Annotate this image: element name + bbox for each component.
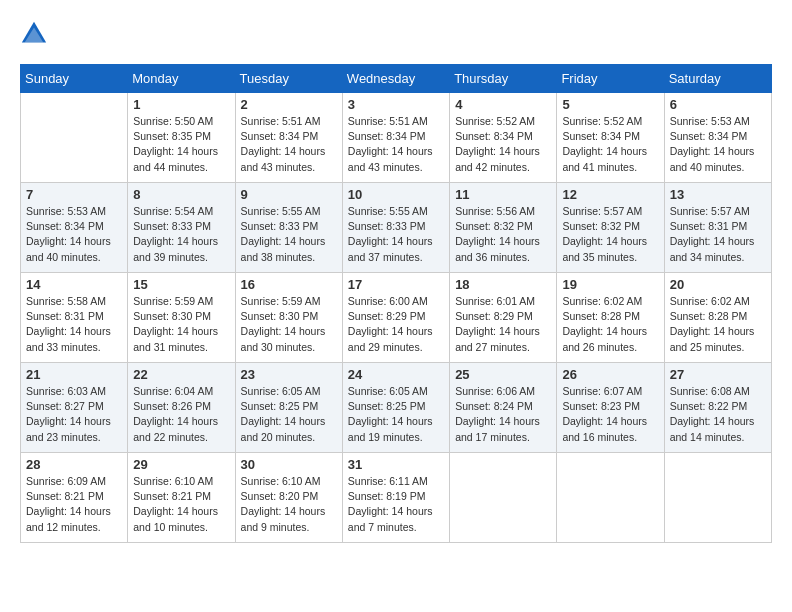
day-number: 13 bbox=[670, 187, 766, 202]
day-info: Sunrise: 5:51 AMSunset: 8:34 PMDaylight:… bbox=[241, 114, 337, 175]
calendar-cell: 24Sunrise: 6:05 AMSunset: 8:25 PMDayligh… bbox=[342, 363, 449, 453]
day-number: 25 bbox=[455, 367, 551, 382]
day-number: 9 bbox=[241, 187, 337, 202]
day-info: Sunrise: 5:58 AMSunset: 8:31 PMDaylight:… bbox=[26, 294, 122, 355]
calendar-cell: 6Sunrise: 5:53 AMSunset: 8:34 PMDaylight… bbox=[664, 93, 771, 183]
calendar-cell: 13Sunrise: 5:57 AMSunset: 8:31 PMDayligh… bbox=[664, 183, 771, 273]
calendar-cell bbox=[664, 453, 771, 543]
weekday-header: Thursday bbox=[450, 65, 557, 93]
calendar-cell: 22Sunrise: 6:04 AMSunset: 8:26 PMDayligh… bbox=[128, 363, 235, 453]
day-info: Sunrise: 5:53 AMSunset: 8:34 PMDaylight:… bbox=[26, 204, 122, 265]
day-number: 10 bbox=[348, 187, 444, 202]
weekday-header: Saturday bbox=[664, 65, 771, 93]
day-info: Sunrise: 6:01 AMSunset: 8:29 PMDaylight:… bbox=[455, 294, 551, 355]
calendar-cell: 25Sunrise: 6:06 AMSunset: 8:24 PMDayligh… bbox=[450, 363, 557, 453]
day-number: 27 bbox=[670, 367, 766, 382]
weekday-header: Monday bbox=[128, 65, 235, 93]
calendar-cell: 12Sunrise: 5:57 AMSunset: 8:32 PMDayligh… bbox=[557, 183, 664, 273]
day-number: 30 bbox=[241, 457, 337, 472]
day-info: Sunrise: 5:59 AMSunset: 8:30 PMDaylight:… bbox=[133, 294, 229, 355]
day-number: 6 bbox=[670, 97, 766, 112]
weekday-header: Sunday bbox=[21, 65, 128, 93]
calendar-cell: 26Sunrise: 6:07 AMSunset: 8:23 PMDayligh… bbox=[557, 363, 664, 453]
calendar-cell: 15Sunrise: 5:59 AMSunset: 8:30 PMDayligh… bbox=[128, 273, 235, 363]
calendar-cell: 29Sunrise: 6:10 AMSunset: 8:21 PMDayligh… bbox=[128, 453, 235, 543]
calendar-cell: 30Sunrise: 6:10 AMSunset: 8:20 PMDayligh… bbox=[235, 453, 342, 543]
calendar-cell: 16Sunrise: 5:59 AMSunset: 8:30 PMDayligh… bbox=[235, 273, 342, 363]
day-number: 21 bbox=[26, 367, 122, 382]
day-info: Sunrise: 6:10 AMSunset: 8:21 PMDaylight:… bbox=[133, 474, 229, 535]
weekday-header-row: SundayMondayTuesdayWednesdayThursdayFrid… bbox=[21, 65, 772, 93]
day-info: Sunrise: 5:57 AMSunset: 8:31 PMDaylight:… bbox=[670, 204, 766, 265]
calendar-week-row: 21Sunrise: 6:03 AMSunset: 8:27 PMDayligh… bbox=[21, 363, 772, 453]
day-number: 17 bbox=[348, 277, 444, 292]
day-number: 1 bbox=[133, 97, 229, 112]
calendar-cell: 1Sunrise: 5:50 AMSunset: 8:35 PMDaylight… bbox=[128, 93, 235, 183]
calendar-cell: 11Sunrise: 5:56 AMSunset: 8:32 PMDayligh… bbox=[450, 183, 557, 273]
day-number: 24 bbox=[348, 367, 444, 382]
calendar-cell: 20Sunrise: 6:02 AMSunset: 8:28 PMDayligh… bbox=[664, 273, 771, 363]
weekday-header: Friday bbox=[557, 65, 664, 93]
day-number: 23 bbox=[241, 367, 337, 382]
calendar-cell: 18Sunrise: 6:01 AMSunset: 8:29 PMDayligh… bbox=[450, 273, 557, 363]
day-number: 7 bbox=[26, 187, 122, 202]
day-number: 20 bbox=[670, 277, 766, 292]
calendar-cell: 3Sunrise: 5:51 AMSunset: 8:34 PMDaylight… bbox=[342, 93, 449, 183]
day-number: 14 bbox=[26, 277, 122, 292]
calendar-cell: 2Sunrise: 5:51 AMSunset: 8:34 PMDaylight… bbox=[235, 93, 342, 183]
day-number: 2 bbox=[241, 97, 337, 112]
calendar-week-row: 1Sunrise: 5:50 AMSunset: 8:35 PMDaylight… bbox=[21, 93, 772, 183]
weekday-header: Tuesday bbox=[235, 65, 342, 93]
calendar-week-row: 7Sunrise: 5:53 AMSunset: 8:34 PMDaylight… bbox=[21, 183, 772, 273]
calendar-cell: 14Sunrise: 5:58 AMSunset: 8:31 PMDayligh… bbox=[21, 273, 128, 363]
day-info: Sunrise: 6:07 AMSunset: 8:23 PMDaylight:… bbox=[562, 384, 658, 445]
day-number: 22 bbox=[133, 367, 229, 382]
day-number: 26 bbox=[562, 367, 658, 382]
day-info: Sunrise: 5:54 AMSunset: 8:33 PMDaylight:… bbox=[133, 204, 229, 265]
day-info: Sunrise: 6:05 AMSunset: 8:25 PMDaylight:… bbox=[348, 384, 444, 445]
day-info: Sunrise: 6:05 AMSunset: 8:25 PMDaylight:… bbox=[241, 384, 337, 445]
day-info: Sunrise: 5:50 AMSunset: 8:35 PMDaylight:… bbox=[133, 114, 229, 175]
day-number: 31 bbox=[348, 457, 444, 472]
day-info: Sunrise: 5:52 AMSunset: 8:34 PMDaylight:… bbox=[455, 114, 551, 175]
day-info: Sunrise: 6:00 AMSunset: 8:29 PMDaylight:… bbox=[348, 294, 444, 355]
calendar-cell: 31Sunrise: 6:11 AMSunset: 8:19 PMDayligh… bbox=[342, 453, 449, 543]
calendar-cell: 4Sunrise: 5:52 AMSunset: 8:34 PMDaylight… bbox=[450, 93, 557, 183]
day-number: 5 bbox=[562, 97, 658, 112]
day-info: Sunrise: 6:02 AMSunset: 8:28 PMDaylight:… bbox=[562, 294, 658, 355]
calendar-week-row: 14Sunrise: 5:58 AMSunset: 8:31 PMDayligh… bbox=[21, 273, 772, 363]
calendar-cell: 10Sunrise: 5:55 AMSunset: 8:33 PMDayligh… bbox=[342, 183, 449, 273]
day-info: Sunrise: 6:04 AMSunset: 8:26 PMDaylight:… bbox=[133, 384, 229, 445]
day-number: 12 bbox=[562, 187, 658, 202]
day-number: 16 bbox=[241, 277, 337, 292]
day-number: 18 bbox=[455, 277, 551, 292]
calendar-cell: 21Sunrise: 6:03 AMSunset: 8:27 PMDayligh… bbox=[21, 363, 128, 453]
day-number: 8 bbox=[133, 187, 229, 202]
calendar-cell: 5Sunrise: 5:52 AMSunset: 8:34 PMDaylight… bbox=[557, 93, 664, 183]
day-info: Sunrise: 5:52 AMSunset: 8:34 PMDaylight:… bbox=[562, 114, 658, 175]
calendar-cell: 7Sunrise: 5:53 AMSunset: 8:34 PMDaylight… bbox=[21, 183, 128, 273]
day-number: 3 bbox=[348, 97, 444, 112]
calendar-cell: 19Sunrise: 6:02 AMSunset: 8:28 PMDayligh… bbox=[557, 273, 664, 363]
day-info: Sunrise: 5:51 AMSunset: 8:34 PMDaylight:… bbox=[348, 114, 444, 175]
day-info: Sunrise: 6:02 AMSunset: 8:28 PMDaylight:… bbox=[670, 294, 766, 355]
day-number: 11 bbox=[455, 187, 551, 202]
calendar-cell: 23Sunrise: 6:05 AMSunset: 8:25 PMDayligh… bbox=[235, 363, 342, 453]
calendar-cell: 9Sunrise: 5:55 AMSunset: 8:33 PMDaylight… bbox=[235, 183, 342, 273]
calendar-week-row: 28Sunrise: 6:09 AMSunset: 8:21 PMDayligh… bbox=[21, 453, 772, 543]
calendar-cell: 17Sunrise: 6:00 AMSunset: 8:29 PMDayligh… bbox=[342, 273, 449, 363]
day-info: Sunrise: 5:55 AMSunset: 8:33 PMDaylight:… bbox=[241, 204, 337, 265]
day-info: Sunrise: 5:53 AMSunset: 8:34 PMDaylight:… bbox=[670, 114, 766, 175]
calendar-cell bbox=[557, 453, 664, 543]
day-info: Sunrise: 6:08 AMSunset: 8:22 PMDaylight:… bbox=[670, 384, 766, 445]
day-number: 4 bbox=[455, 97, 551, 112]
calendar: SundayMondayTuesdayWednesdayThursdayFrid… bbox=[20, 64, 772, 543]
calendar-cell: 28Sunrise: 6:09 AMSunset: 8:21 PMDayligh… bbox=[21, 453, 128, 543]
day-number: 19 bbox=[562, 277, 658, 292]
day-info: Sunrise: 6:11 AMSunset: 8:19 PMDaylight:… bbox=[348, 474, 444, 535]
day-info: Sunrise: 5:57 AMSunset: 8:32 PMDaylight:… bbox=[562, 204, 658, 265]
day-info: Sunrise: 5:55 AMSunset: 8:33 PMDaylight:… bbox=[348, 204, 444, 265]
calendar-cell: 27Sunrise: 6:08 AMSunset: 8:22 PMDayligh… bbox=[664, 363, 771, 453]
day-info: Sunrise: 6:09 AMSunset: 8:21 PMDaylight:… bbox=[26, 474, 122, 535]
day-info: Sunrise: 6:03 AMSunset: 8:27 PMDaylight:… bbox=[26, 384, 122, 445]
